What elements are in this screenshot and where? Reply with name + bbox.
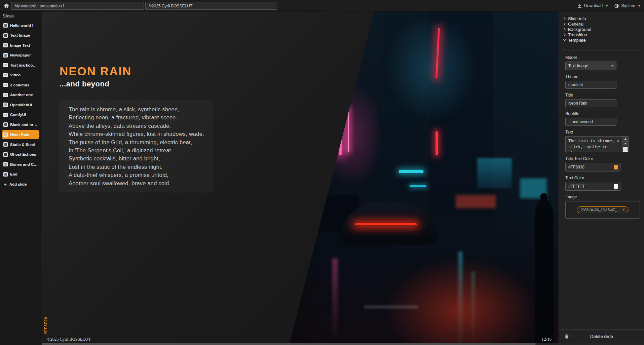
slide-list-icon [3,43,8,47]
scroll-down-button[interactable] [623,141,628,146]
panel-section-transition[interactable]: Transition [563,32,644,37]
theme-label: Theme [565,74,644,79]
slide-list-item[interactable]: Ghost Echoes [2,150,39,159]
title-color-input[interactable] [566,163,606,171]
text-textarea-wrap: The rain is chrome, a slick, synthetic s… [565,136,629,152]
poem-line: The pulse of the Grid, a thrumming, elec… [69,138,204,146]
slide-list-item[interactable]: Text Image [2,31,39,40]
text-color-label: Text Color [565,176,644,180]
slide-item-label: ComfyUI [10,113,26,117]
slide-list-icon [3,93,8,97]
poem-line: A data-thief whispers, a promise untold, [69,171,204,179]
slide-item-label: End [10,172,17,176]
chevron-down-icon [563,38,566,42]
delete-slide-button[interactable]: Delete slide [559,334,644,339]
copyright-input[interactable] [145,2,277,10]
slide-footer-copyright: ©2025 Cyril BOSSELUT [47,337,91,342]
image-label: Image [565,195,644,199]
slide-item-label: Text Image [10,33,30,37]
panel-section-background[interactable]: Background [563,27,644,32]
panel-section-label: Transition [568,32,587,37]
poem-line: In 'The Serpent's Coil,' a digitized ret… [69,146,204,154]
text-color-swatch[interactable] [614,184,618,189]
slide-list-item[interactable]: Image Text [2,41,39,50]
scrollbar-thumb[interactable] [42,343,536,345]
download-menu[interactable]: Download [577,3,608,8]
image-file-chip[interactable]: 2025-04-26_10-15-47_... X [577,206,629,213]
slide-list-icon [3,23,8,28]
sidebar-title: Slides [0,11,41,20]
panel-section-slide-info[interactable]: Slide info [563,16,644,21]
slide-list-item[interactable]: Newspaper [2,51,39,60]
panel-section-label: General [568,22,583,27]
slide-list-item[interactable]: End [2,170,39,179]
slide-list-icon [3,103,8,107]
slide-preview: NEON RAIN ...and beyond The rain is chro… [42,11,558,345]
slide-list-item[interactable]: Black and orange [2,120,39,129]
slide-item-label: Another one [10,93,33,97]
slide-subtitle: ...and beyond [60,80,109,88]
chevron-down-icon [638,5,641,7]
slide-list-item[interactable]: ComfyUI [2,110,39,119]
remove-image-icon[interactable]: X [622,208,625,212]
presentation-title-input[interactable] [11,2,144,10]
color-hex-tag: #FF8F00 [44,317,48,334]
slide-list-icon [3,172,8,177]
slide-item-label: Bones and Chro... [10,162,38,166]
slide-list-item[interactable]: Test markdown [2,61,39,70]
slide-item-label: Test markdown [10,63,38,67]
add-slide-button[interactable]: + Add slide [2,180,39,189]
theme-input[interactable] [565,81,616,89]
arrow-up-icon [624,138,627,140]
poem-line: Lost in the static of the endless night. [69,163,204,171]
poem-line: While chrome-skinned figures, lost in sh… [69,130,204,138]
chevron-right-icon [563,17,566,20]
slide-item-label: Video [10,73,21,77]
slide-list-item[interactable]: OpenWebUI [2,101,39,109]
slide-list-item[interactable]: Hello world ! [2,21,39,30]
subtitle-input[interactable] [565,118,616,126]
slide-list-item[interactable]: Another one [2,90,39,99]
poem-line: Another soul swallowed, brave and cold. [69,179,204,187]
home-button[interactable] [2,2,10,10]
text-textarea[interactable]: The rain is chrome, a slick, synthetic s… [566,137,622,152]
app-window: Download System Slides Hello world !Text… [0,0,644,345]
slide-item-label: 3 columns [10,83,29,87]
plus-icon: + [4,182,7,187]
title-input[interactable] [565,99,616,107]
model-select[interactable]: Text Image [565,62,616,70]
panel-section-template[interactable]: Template [563,37,644,43]
textarea-resize-handle[interactable] [623,147,628,152]
slide-list-icon [3,63,8,67]
slide-list-item[interactable]: Bones and Chro... [2,160,39,169]
model-select-value: Text Image [568,64,588,68]
scroll-up-button[interactable] [623,137,628,141]
title-color-label: Title Text Color [565,156,644,161]
slide-list-item[interactable]: Neon Rain [2,130,39,139]
slide-body-text: The rain is chrome, a slick, synthetic s… [69,105,204,187]
slide-list-icon [3,113,8,117]
slide-list-item[interactable]: Video [2,71,39,79]
slide-list-item[interactable]: Static & Steel [2,140,39,149]
slide-item-label: Neon Rain [10,132,29,137]
panel-section-general[interactable]: General [563,21,644,27]
horizontal-scrollbar[interactable] [42,343,644,345]
poem-line: Synthetic cocktails, bitter and bright, [69,154,204,162]
text-color-field [565,182,620,191]
slide-list-item[interactable]: 3 columns [2,81,39,89]
panel-section-label: Slide info [568,16,586,21]
title-color-swatch[interactable] [614,165,618,169]
title-color-field [565,163,620,171]
text-color-input[interactable] [566,182,606,190]
panel-section-label: Background [568,27,591,32]
model-label: Model [565,55,644,60]
system-theme-menu[interactable]: System [614,3,641,8]
slides-sidebar: Slides Hello world !Text ImageImage Text… [0,11,41,345]
slide-list-icon [3,53,8,58]
chevron-right-icon [563,22,566,26]
slide-item-label: Black and orange [10,123,38,127]
subtitle-label: Subtitle [565,111,644,116]
slide-item-label: Image Text [10,43,30,47]
title-label: Title [565,93,644,98]
image-dropzone[interactable]: 2025-04-26_10-15-47_... X [565,201,640,219]
